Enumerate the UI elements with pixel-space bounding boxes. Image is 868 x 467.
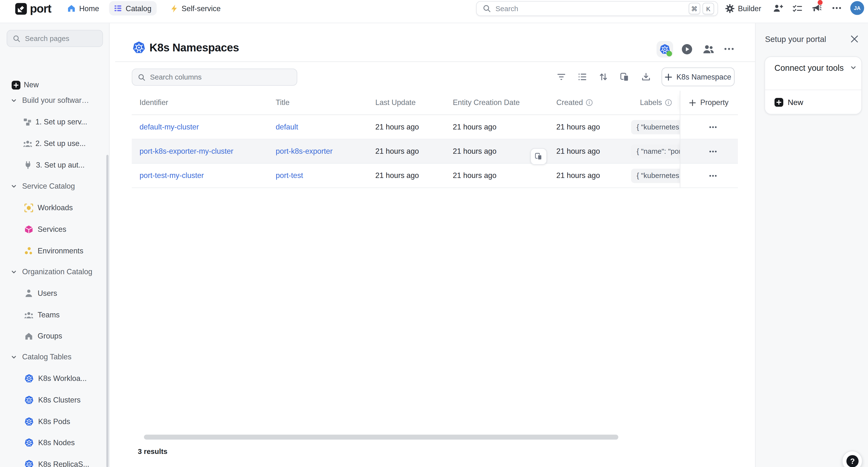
title-link[interactable]: default [276,123,298,131]
nav-catalog[interactable]: Catalog [109,1,156,15]
created-value: 21 hours ago [549,147,630,156]
filter-icon[interactable] [557,72,565,81]
sidebar-item-label: 1. Set up serv... [35,118,87,126]
group-by-icon[interactable] [578,72,587,81]
sidebar-item-k8s-nodes[interactable]: K8s Nodes [0,432,110,454]
identifier-link[interactable]: port-k8s-exporter-my-cluster [140,147,234,156]
column-header-identifier[interactable]: Identifier [132,98,268,107]
title-link[interactable]: port-k8s-exporter [276,147,333,156]
column-header-entity-creation-date[interactable]: Entity Creation Date [445,98,549,107]
dots-cluster-icon [24,246,33,255]
global-search[interactable]: ⌘ K [476,1,718,16]
sidebar-search-input[interactable] [25,34,97,42]
search-columns[interactable] [132,69,297,86]
sidebar-group-label: Build your software catal... [22,96,93,104]
checklist-icon[interactable] [793,4,802,12]
copy-table-icon[interactable] [620,72,629,82]
column-header-title[interactable]: Title [268,98,368,107]
table-row[interactable]: port-test-my-cluster port-test 21 hours … [132,164,738,188]
sidebar-item-teams[interactable]: Teams [0,304,110,326]
row-menu-icon[interactable] [707,124,719,130]
table-row[interactable]: port-k8s-exporter-my-cluster port-k8s-ex… [132,139,738,164]
created-value: 21 hours ago [549,123,630,131]
column-header-last-update[interactable]: Last Update [368,98,445,107]
page-permissions-icon[interactable] [703,44,714,54]
connect-tools-card: Connect your tools New [765,57,862,114]
sidebar-scrollbar[interactable] [106,155,108,467]
sidebar-item-environments[interactable]: Environments [0,240,110,262]
title-link[interactable]: port-test [276,171,303,180]
org-chart-icon [23,118,32,126]
nav-home-label: Home [79,4,99,12]
sidebar-item-set-up-users[interactable]: 2. Set up use... [0,133,110,154]
search-icon [138,73,146,81]
page-menu-icon[interactable] [724,47,734,50]
data-source-status-button[interactable] [657,41,673,58]
megaphone-icon[interactable] [811,4,822,12]
sidebar-group-build-software-catalog[interactable]: Build your software catal... [0,90,110,111]
setup-new-button[interactable]: New [775,98,803,107]
close-icon[interactable] [851,35,858,43]
chevron-down-icon [11,183,17,189]
nav-self-service[interactable]: Self-service [165,1,226,15]
copy-value-button[interactable] [530,148,547,165]
add-k8s-namespace-button[interactable]: K8s Namespace [661,67,735,86]
sidebar-item-workloads[interactable]: Workloads [0,197,110,219]
sidebar-item-k8s-clusters[interactable]: K8s Clusters [0,390,110,411]
connect-tools-toggle[interactable]: Connect your tools [775,63,857,72]
setup-new-label: New [788,98,803,107]
table-row[interactable]: default-my-cluster default 21 hours ago … [132,115,738,139]
home-icon [67,4,75,12]
entities-table: Identifier Title Last Update Entity Crea… [132,91,738,188]
sidebar-item-k8s-workloads[interactable]: K8s Workloa... [0,368,110,390]
sidebar-group-service-catalog[interactable]: Service Catalog [0,175,110,197]
sidebar-item-services[interactable]: Services [0,219,110,240]
more-options-icon[interactable] [832,6,841,9]
sidebar-item-groups[interactable]: Groups [0,325,110,347]
search-columns-input[interactable] [150,73,291,81]
labels-json-chip[interactable]: { "kubernetes [631,168,680,182]
nav-home[interactable]: Home [63,1,104,15]
column-header-labels[interactable]: Labels [630,98,680,107]
sidebar-search[interactable] [6,30,103,47]
labels-json-chip[interactable]: { "name": "por [631,144,680,158]
horizontal-scrollbar[interactable] [144,435,618,440]
sidebar-item-label: 3. Set up aut... [36,161,85,169]
sidebar-item-set-up-automations[interactable]: 3. Set up aut... [0,154,110,176]
row-menu-icon[interactable] [707,172,719,179]
user-avatar[interactable]: JA [850,1,864,15]
global-search-input[interactable] [495,4,686,12]
run-button[interactable] [681,44,692,55]
sidebar-item-k8s-replicasets[interactable]: K8s ReplicaS... [0,454,110,467]
svg-text:?: ? [850,457,855,465]
sidebar-item-label: Teams [38,311,60,319]
plug-icon [24,161,32,169]
add-button-label: K8s Namespace [677,73,731,81]
invite-user-icon[interactable] [773,4,783,12]
sidebar-group-catalog-tables[interactable]: Catalog Tables [0,346,110,368]
chevron-down-icon [850,65,856,71]
column-header-created[interactable]: Created [549,98,630,107]
add-property-column-button[interactable]: Property [680,91,738,114]
sidebar-item-users[interactable]: Users [0,282,110,304]
download-icon[interactable] [642,72,650,81]
divider [765,90,862,90]
sidebar-item-label: Environments [38,246,83,255]
builder-button[interactable]: Builder [725,1,761,15]
labels-json-chip[interactable]: { "kubernetes [631,120,680,134]
sidebar-group-organization-catalog[interactable]: Organization Catalog [0,261,110,282]
sort-icon[interactable] [599,72,608,81]
sidebar-item-set-up-service-catalog[interactable]: 1. Set up serv... [0,111,110,133]
kubernetes-icon [24,438,34,447]
info-icon [665,99,672,106]
sync-status-dot [666,51,672,57]
identifier-link[interactable]: default-my-cluster [140,123,199,131]
info-icon [586,99,593,106]
identifier-link[interactable]: port-test-my-cluster [140,171,204,180]
port-logo[interactable]: port [15,2,51,15]
people-icon [23,140,32,147]
last-update-value: 21 hours ago [368,123,445,131]
row-menu-icon[interactable] [707,148,719,155]
sidebar-item-label: K8s Workloa... [38,374,87,382]
sidebar-item-k8s-pods[interactable]: K8s Pods [0,411,110,432]
